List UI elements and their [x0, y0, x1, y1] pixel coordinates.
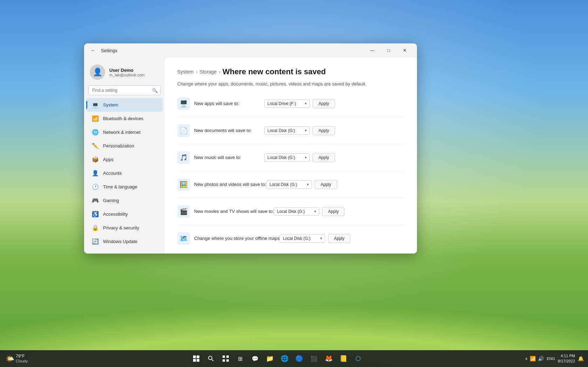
back-button[interactable]: ← — [88, 46, 98, 55]
breadcrumb-storage[interactable]: Storage — [199, 69, 217, 75]
weather-temp: 79°F — [16, 354, 28, 359]
apply-button-apps[interactable]: Apply — [313, 99, 335, 108]
nav-label-privacy: Privacy & security — [103, 225, 139, 230]
nav-item-apps[interactable]: 📦 Apps — [86, 153, 163, 166]
widgets-button[interactable]: ⊞ — [234, 352, 247, 365]
explorer-button[interactable]: 📁 — [264, 352, 276, 365]
title-bar: ← Settings — □ ✕ — [84, 43, 417, 57]
save-row-maps: 🗺️ Change where you store your offline m… — [177, 232, 404, 252]
maximize-button[interactable]: □ — [381, 45, 397, 56]
taskbar-search-button[interactable] — [205, 352, 217, 365]
user-email: m_lab@outlook.com — [109, 73, 144, 77]
apply-button-music[interactable]: Apply — [313, 153, 335, 162]
nav-item-gaming[interactable]: 🎮 Gaming — [86, 194, 163, 207]
save-dropdown-documents[interactable]: Local Disk (G:) ▾ — [264, 126, 310, 135]
dropdown-value-maps: Local Disk (G:) — [283, 236, 310, 241]
volume-tray-icon[interactable]: 🔊 — [538, 356, 544, 361]
breadcrumb-sep-2: › — [219, 69, 220, 75]
search-box: 🔍 — [88, 85, 160, 95]
bluetooth-icon: 📶 — [92, 115, 99, 122]
svg-rect-9 — [226, 359, 229, 362]
save-row-documents: 📄 New documents will save to: Local Disk… — [177, 124, 404, 144]
apply-button-movies[interactable]: Apply — [322, 207, 344, 216]
close-button[interactable]: ✕ — [397, 45, 413, 56]
dropdown-value-apps: Local Drive (F:) — [267, 101, 296, 106]
taskview-button[interactable] — [219, 352, 232, 365]
save-row-movies: 🎬 New movies and TV shows will save to: … — [177, 205, 404, 225]
dropdown-value-documents: Local Disk (G:) — [267, 128, 295, 133]
save-label-movies: New movies and TV shows will save to: — [194, 209, 274, 214]
nav-label-bluetooth: Bluetooth & devices — [103, 116, 143, 121]
save-label-music: New music will save to: — [194, 155, 264, 160]
nav-item-personalization[interactable]: ✏️ Personalization — [86, 139, 163, 153]
content-area: 👤 User Demo m_lab@outlook.com 🔍 💻 System… — [84, 57, 417, 254]
save-row-music: 🎵 New music will save to: Local Disk (G:… — [177, 151, 404, 171]
accounts-icon: 👤 — [92, 170, 99, 176]
edge-button[interactable]: 🌐 — [278, 352, 291, 365]
nav-item-network[interactable]: 🌐 Network & internet — [86, 125, 163, 139]
minimize-button[interactable]: — — [364, 45, 381, 56]
svg-rect-1 — [197, 355, 199, 358]
nav-label-update: Windows Update — [103, 239, 137, 244]
vscode-button[interactable]: ⬡ — [352, 352, 364, 365]
apply-button-photos[interactable]: Apply — [315, 180, 337, 189]
nav-item-privacy[interactable]: 🔒 Privacy & security — [86, 221, 163, 235]
accessibility-icon: ♿ — [92, 211, 99, 217]
save-label-apps: New apps will save to: — [194, 101, 264, 106]
save-dropdown-apps[interactable]: Local Drive (F:) ▾ — [264, 99, 310, 108]
page-description: Change where your apps, documents, music… — [177, 81, 404, 88]
chromium-button[interactable]: 🔵 — [293, 352, 306, 365]
nav-item-accounts[interactable]: 👤 Accounts — [86, 166, 163, 180]
weather-icon: 🌤️ — [6, 354, 14, 363]
svg-rect-3 — [197, 359, 199, 362]
window-title: Settings — [101, 48, 117, 53]
weather-condition: Cloudy — [16, 359, 28, 363]
save-dropdown-movies[interactable]: Local Disk (G:) ▾ — [274, 207, 319, 216]
search-input[interactable] — [88, 85, 160, 95]
save-row-apps: 🖥️ New apps will save to: Local Drive (F… — [177, 97, 404, 117]
gaming-icon: 🎮 — [92, 197, 99, 204]
save-icon-movies: 🎬 — [177, 205, 190, 218]
terminal-button[interactable]: ⬛ — [308, 352, 320, 365]
nav-item-time[interactable]: 🕐 Time & language — [86, 180, 163, 194]
notepad-button[interactable]: 📒 — [337, 352, 350, 365]
save-row-photos: 🖼️ New photos and videos will save to: L… — [177, 178, 404, 198]
language-indicator[interactable]: ENG — [547, 356, 555, 361]
dropdown-arrow-documents: ▾ — [305, 129, 307, 132]
nav-label-accounts: Accounts — [103, 171, 122, 176]
avatar: 👤 — [90, 64, 105, 80]
save-rows-container: 🖥️ New apps will save to: Local Drive (F… — [177, 97, 404, 252]
svg-rect-2 — [193, 359, 196, 362]
firefox-button[interactable]: 🦊 — [322, 352, 335, 365]
system-icon: 💻 — [92, 102, 99, 108]
taskbar: 🌤️ 79°F Cloudy — [0, 350, 588, 367]
breadcrumb: System › Storage › Where new content is … — [177, 67, 404, 76]
nav-label-personalization: Personalization — [103, 143, 134, 148]
save-dropdown-maps[interactable]: Local Disk (G:) ▾ — [280, 234, 325, 243]
nav-label-network: Network & internet — [103, 130, 141, 135]
dropdown-arrow-photos: ▾ — [307, 182, 309, 186]
system-tray-icons: ∧ 📶 🔊 — [525, 356, 544, 361]
clock[interactable]: 4:11 PM 8/17/2022 — [558, 353, 575, 364]
start-button[interactable] — [190, 352, 203, 365]
breadcrumb-system[interactable]: System — [177, 69, 194, 75]
apply-button-maps[interactable]: Apply — [328, 234, 350, 243]
svg-point-4 — [208, 356, 212, 360]
save-dropdown-music[interactable]: Local Disk (G:) ▾ — [264, 153, 310, 162]
chat-button[interactable]: 💬 — [249, 352, 261, 365]
taskbar-right: ∧ 📶 🔊 ENG 4:11 PM 8/17/2022 🔔 — [521, 353, 588, 364]
nav-item-update[interactable]: 🔄 Windows Update — [86, 235, 163, 248]
save-icon-apps: 🖥️ — [177, 97, 190, 110]
notification-icon[interactable]: 🔔 — [578, 356, 584, 361]
nav-item-system[interactable]: 💻 System — [86, 98, 163, 112]
apply-button-documents[interactable]: Apply — [313, 126, 335, 135]
save-dropdown-photos[interactable]: Local Disk (G:) ▾ — [266, 180, 312, 189]
nav-label-accessibility: Accessibility — [103, 212, 128, 217]
main-content: System › Storage › Where new content is … — [165, 57, 417, 254]
nav-item-accessibility[interactable]: ♿ Accessibility — [86, 207, 163, 221]
tray-arrow-icon[interactable]: ∧ — [525, 356, 528, 361]
network-tray-icon[interactable]: 📶 — [530, 356, 536, 361]
dropdown-arrow-movies: ▾ — [314, 209, 316, 213]
nav-item-bluetooth[interactable]: 📶 Bluetooth & devices — [86, 112, 163, 125]
nav-label-gaming: Gaming — [103, 198, 119, 203]
